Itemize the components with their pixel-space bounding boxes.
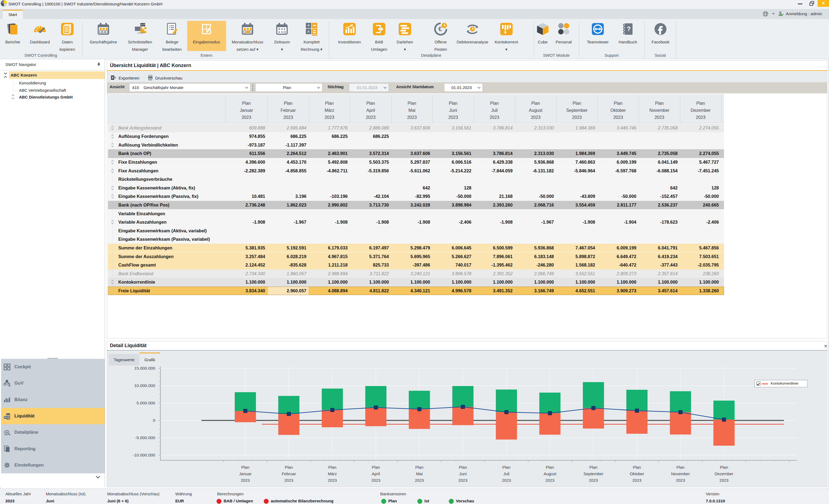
- svg-text:2023: 2023: [589, 478, 598, 482]
- svg-text:SAP: SAP: [140, 23, 145, 26]
- svg-text:Oktober: Oktober: [630, 471, 644, 476]
- svg-text:€: €: [438, 25, 442, 33]
- svg-text:2023: 2023: [241, 478, 250, 482]
- svg-text:August: August: [544, 471, 556, 476]
- svg-text:Plan: Plan: [720, 465, 728, 470]
- svg-text:November: November: [671, 471, 690, 476]
- svg-text:Plan: Plan: [328, 465, 336, 470]
- svg-text:-5.000.000: -5.000.000: [135, 435, 155, 440]
- svg-text:Dezember: Dezember: [715, 471, 733, 476]
- svg-text:Plan: Plan: [241, 465, 249, 470]
- svg-text:X: X: [111, 76, 114, 79]
- svg-text:10.000.000: 10.000.000: [134, 383, 155, 388]
- svg-text:A: A: [278, 27, 280, 31]
- svg-text:September: September: [583, 471, 603, 476]
- svg-text:Februar: Februar: [282, 471, 296, 476]
- svg-text:2023: 2023: [633, 478, 642, 482]
- svg-text:-10.000.000: -10.000.000: [133, 453, 155, 457]
- svg-text:Mai: Mai: [416, 471, 423, 476]
- svg-text:2023: 2023: [458, 478, 467, 482]
- svg-text:Juli: Juli: [503, 471, 510, 476]
- svg-text:Plan: Plan: [415, 465, 423, 470]
- svg-text:2023: 2023: [328, 478, 337, 482]
- svg-text:DATEV: DATEV: [137, 32, 145, 34]
- svg-text:Plan: Plan: [285, 465, 293, 470]
- svg-text:Plan: Plan: [677, 465, 685, 470]
- svg-text:2023: 2023: [371, 478, 380, 482]
- svg-text:×: ×: [307, 29, 310, 34]
- svg-text:2023: 2023: [545, 478, 554, 482]
- svg-text:15.000.000: 15.000.000: [134, 366, 155, 370]
- svg-text:2023: 2023: [676, 478, 685, 482]
- svg-text:Plan: Plan: [589, 465, 598, 470]
- svg-text:Plan: Plan: [546, 465, 554, 470]
- svg-text:Plan: Plan: [502, 465, 510, 470]
- svg-text:?: ?: [627, 25, 631, 33]
- svg-text:Ω: Ω: [284, 30, 286, 34]
- svg-text:2023: 2023: [719, 478, 728, 482]
- svg-text:Plan: Plan: [372, 465, 380, 470]
- svg-text:5.000.000: 5.000.000: [137, 401, 155, 405]
- svg-text:März: März: [328, 471, 337, 476]
- svg-text:Januar: Januar: [239, 471, 252, 476]
- svg-text:0: 0: [153, 418, 155, 423]
- svg-text:Plan: Plan: [459, 465, 467, 470]
- svg-text:+: +: [307, 23, 310, 28]
- svg-text:Plan: Plan: [633, 465, 641, 470]
- svg-text:Juni: Juni: [459, 471, 467, 476]
- svg-text:2023: 2023: [415, 478, 424, 482]
- svg-text:±: ±: [9, 384, 10, 387]
- svg-text:2023: 2023: [284, 478, 293, 482]
- svg-text:April: April: [372, 471, 380, 476]
- svg-text:2023: 2023: [502, 478, 511, 482]
